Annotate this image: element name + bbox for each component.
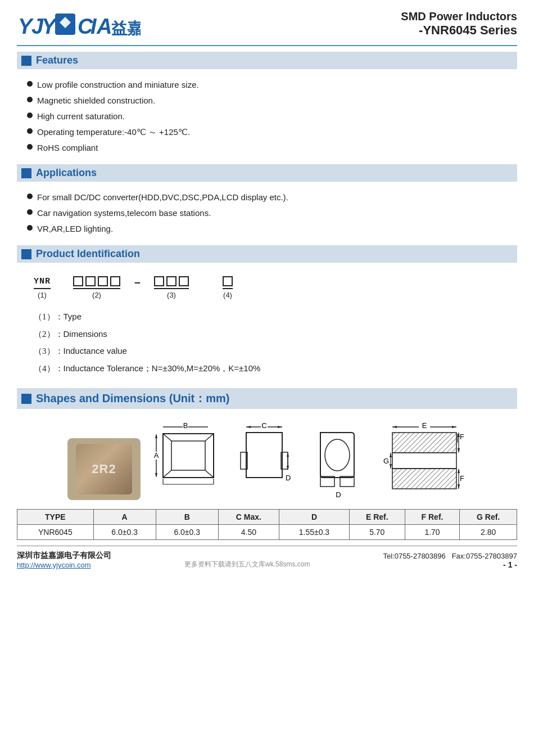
component-photo-item: 2R2 bbox=[67, 438, 141, 500]
shapes-section-header: Shapes and Dimensions (Unit：mm) bbox=[17, 388, 517, 409]
shapes-title-text: Shapes and Dimensions (Unit：mm) bbox=[36, 391, 230, 406]
header-title: SMD Power Inductors -YNR6045 Series bbox=[401, 10, 517, 38]
component-photo: 2R2 bbox=[67, 438, 141, 500]
table-cell-b: 6.0±0.3 bbox=[156, 525, 218, 540]
pid-box bbox=[223, 276, 233, 286]
pid-box bbox=[110, 276, 120, 286]
side-view-diagram: C D bbox=[236, 421, 292, 500]
product-id-title: Product Identification bbox=[36, 248, 140, 260]
top-view-diagram: E F G F bbox=[382, 421, 467, 500]
bullet-dot bbox=[27, 144, 33, 150]
app-item-1: For small DC/DC converter(HDD,DVC,DSC,PD… bbox=[37, 191, 288, 203]
feature-item-2: Magnetic shielded construction. bbox=[37, 94, 155, 106]
svg-rect-12 bbox=[171, 441, 205, 470]
svg-marker-54 bbox=[458, 448, 460, 453]
list-item: For small DC/DC converter(HDD,DVC,DSC,PD… bbox=[27, 191, 517, 203]
product-id-diagram: YNR (1) (2) － bbox=[17, 266, 517, 302]
svg-text:F: F bbox=[460, 433, 464, 441]
bullet-dot bbox=[27, 97, 33, 102]
app-item-2: Car navigation systems,telecom base stat… bbox=[37, 207, 211, 219]
pid-box bbox=[179, 276, 189, 286]
svg-text:D: D bbox=[336, 490, 341, 499]
pid-note-4: （4）：Inductance Tolerance；N=±30%,M=±20%，K… bbox=[34, 362, 500, 375]
cross-section-diagram: D bbox=[304, 421, 371, 500]
table-cell-fref: 1.70 bbox=[405, 525, 460, 540]
features-section-icon bbox=[21, 56, 31, 66]
footer-company-name: 深圳市益嘉源电子有限公司 bbox=[17, 551, 111, 561]
svg-marker-32 bbox=[287, 452, 289, 457]
pid-num-4: (4) bbox=[223, 291, 232, 299]
feature-item-5: RoHS compliant bbox=[37, 142, 98, 154]
product-id-section-header: Product Identification bbox=[17, 245, 517, 263]
bullet-dot bbox=[27, 209, 33, 215]
logo-svg: Y J Y C I A 益嘉源 bbox=[17, 10, 141, 39]
table-header-a: A bbox=[93, 510, 156, 525]
shapes-section-icon bbox=[21, 394, 31, 404]
product-id-notes: （1）：Type （2）：Dimensions （3）：Inductance v… bbox=[17, 302, 517, 384]
pid-box bbox=[154, 276, 164, 286]
front-view-svg: B A bbox=[152, 421, 225, 500]
pid-num-1: (1) bbox=[38, 291, 47, 299]
list-item: Magnetic shielded construction. bbox=[27, 94, 517, 106]
list-item: High current saturation. bbox=[27, 110, 517, 122]
svg-point-34 bbox=[325, 439, 350, 471]
svg-rect-45 bbox=[392, 453, 456, 469]
pid-box bbox=[85, 276, 96, 286]
svg-marker-16 bbox=[155, 434, 157, 438]
bullet-dot bbox=[27, 128, 33, 134]
page-footer: 深圳市益嘉源电子有限公司 http://www.yjycoin.com 更多资料… bbox=[17, 546, 517, 569]
svg-marker-17 bbox=[155, 473, 157, 478]
applications-title: Applications bbox=[36, 167, 97, 179]
bullet-dot bbox=[27, 112, 33, 118]
list-item: VR,AR,LED lighting. bbox=[27, 223, 517, 235]
svg-marker-33 bbox=[287, 466, 289, 470]
bullet-dot bbox=[27, 81, 33, 87]
pid-num-2: (2) bbox=[92, 291, 101, 299]
table-cell-eref: 5.70 bbox=[349, 525, 405, 540]
svg-marker-59 bbox=[390, 464, 392, 469]
list-item: Operating temperature:-40℃ ～ +125℃. bbox=[27, 126, 517, 138]
list-item: Low profile construction and miniature s… bbox=[27, 79, 517, 91]
feature-item-4: Operating temperature:-40℃ ～ +125℃. bbox=[37, 126, 190, 138]
table-header-cmax: C Max. bbox=[218, 510, 279, 525]
side-view-svg: C D bbox=[236, 421, 292, 500]
pid-box bbox=[73, 276, 83, 286]
svg-text:D: D bbox=[286, 474, 291, 482]
features-list: Low profile construction and miniature s… bbox=[17, 73, 517, 160]
component-label-text: 2R2 bbox=[92, 462, 116, 476]
logo-area: Y J Y C I A 益嘉源 bbox=[17, 10, 141, 39]
pid-num-3: (3) bbox=[167, 291, 176, 299]
svg-rect-44 bbox=[392, 433, 456, 453]
svg-text:G: G bbox=[383, 457, 389, 465]
svg-text:B: B bbox=[183, 421, 188, 430]
bullet-dot bbox=[27, 194, 33, 199]
svg-marker-58 bbox=[390, 453, 392, 457]
list-item: RoHS compliant bbox=[27, 142, 517, 154]
feature-item-1: Low profile construction and miniature s… bbox=[37, 79, 199, 91]
table-row: YNR6045 6.0±0.3 6.0±0.3 4.50 1.55±0.3 5.… bbox=[17, 525, 517, 540]
cross-section-svg: D bbox=[304, 421, 371, 500]
footer-contact: Tel:0755-27803896 Fax:0755-27803897 bbox=[383, 552, 517, 560]
table-header-type: TYPE bbox=[17, 510, 94, 525]
table-cell-a: 6.0±0.3 bbox=[93, 525, 156, 540]
svg-rect-46 bbox=[392, 469, 456, 489]
features-section-header: Features bbox=[17, 52, 517, 69]
dimensions-table: TYPE A B C Max. D E Ref. F Ref. G Ref. Y… bbox=[17, 509, 517, 540]
bullet-dot bbox=[27, 225, 33, 231]
pid-note-2: （2）：Dimensions bbox=[34, 328, 500, 341]
table-header-d: D bbox=[279, 510, 350, 525]
svg-text:A: A bbox=[154, 451, 159, 460]
footer-left: 深圳市益嘉源电子有限公司 http://www.yjycoin.com bbox=[17, 551, 111, 569]
table-header-eref: E Ref. bbox=[349, 510, 405, 525]
table-header-b: B bbox=[156, 510, 218, 525]
svg-text:E: E bbox=[422, 421, 427, 430]
pid-box bbox=[166, 276, 177, 286]
diagrams-row: 2R2 B A bbox=[17, 412, 517, 505]
footer-right: Tel:0755-27803896 Fax:0755-27803897 - 1 … bbox=[383, 552, 517, 569]
pid-dash: － bbox=[132, 275, 143, 299]
top-view-svg: E F G F bbox=[382, 421, 467, 500]
table-header-fref: F Ref. bbox=[405, 510, 460, 525]
table-header-gref: G Ref. bbox=[460, 510, 517, 525]
component-photo-inner: 2R2 bbox=[76, 444, 132, 494]
footer-url-link[interactable]: http://www.yjycoin.com bbox=[17, 561, 91, 569]
